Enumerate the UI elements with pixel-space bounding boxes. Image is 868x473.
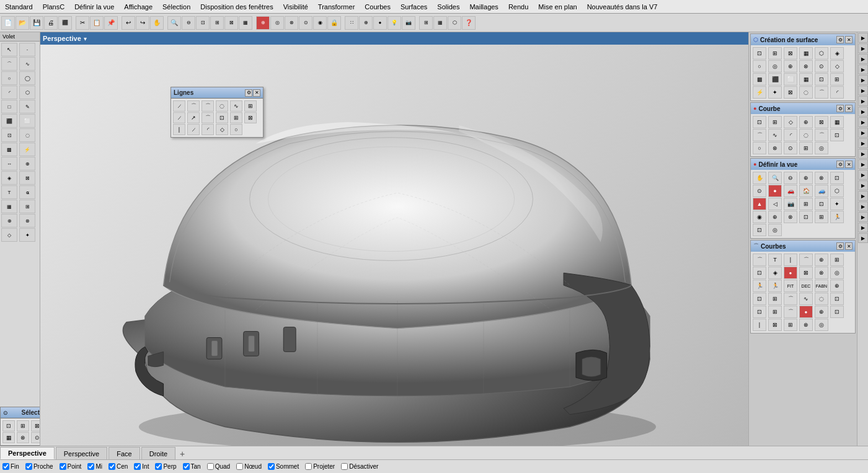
dv-i3[interactable]: ⊖ [784,172,797,184]
lignes-i7[interactable]: ⟋ [173,112,185,123]
dv-i21[interactable]: ⊗ [784,211,797,223]
tb-pan[interactable]: ✋ [150,16,164,30]
fr-btn-18[interactable]: ▶ [858,212,868,222]
cv-i6[interactable]: ▦ [830,116,844,128]
lignes-close-btn[interactable]: ✕ [253,89,260,97]
courbes-close-btn[interactable]: ✕ [845,242,852,250]
menu-visibilite[interactable]: Visibilité [278,2,313,12]
dv-i10[interactable]: 🏠 [799,185,813,197]
tb-undo[interactable]: ↩ [122,16,135,30]
tb-lock[interactable]: 🔒 [327,16,341,30]
co-i17[interactable]: FABN [815,280,828,292]
cs-i2[interactable]: ⊞ [768,47,782,60]
cv-i10[interactable]: ◌ [799,129,813,141]
co-i9[interactable]: ● [784,267,797,279]
co-i12[interactable]: ◎ [830,267,844,279]
snap-desactiver-check[interactable] [341,463,348,470]
lt-grid1[interactable]: ▦ [1,200,17,213]
lignes-i1[interactable]: ⟋ [173,100,185,112]
lt-snap1[interactable]: ⊕ [1,214,17,228]
dv-i15[interactable]: 📷 [784,198,797,210]
cv-i12[interactable]: ⊡ [830,129,844,141]
dv-close-btn[interactable]: ✕ [845,161,852,168]
courbe-settings-btn[interactable]: ⚙ [836,105,844,112]
dv-i22[interactable]: ⊡ [799,211,813,223]
tb-osnap-overlay[interactable]: ⊞ [419,16,433,30]
snap-noeud-check[interactable] [236,463,243,470]
co-i16[interactable]: DEC [799,280,813,292]
dv-i4[interactable]: ⊕ [799,172,813,184]
lignes-i6[interactable]: ⊞ [244,100,257,112]
tab-droite[interactable]: Droite [141,447,175,459]
fr-btn-4[interactable]: ▶ [858,64,868,74]
lignes-i4[interactable]: ◌ [216,100,228,112]
lignes-settings-btn[interactable]: ⚙ [245,89,252,97]
cs-i17[interactable]: ⊡ [815,73,828,86]
snap-quad-check[interactable] [207,463,214,470]
cv-i11[interactable]: ⌒ [815,129,828,141]
viewport-dropdown-icon[interactable]: ▾ [84,35,87,42]
lignes-i8[interactable]: ↗ [187,112,200,123]
tab-add-button[interactable]: + [177,448,188,459]
cv-i2[interactable]: ⊞ [768,116,782,128]
co-i13[interactable]: 🏃 [753,280,766,292]
lignes-i10[interactable]: ⊡ [216,112,228,123]
fr-btn-1[interactable]: ▶ [858,33,868,43]
lignes-i3[interactable]: ⌒ [202,100,214,112]
tb-open[interactable]: 📂 [16,16,29,30]
dv-i24[interactable]: 🏃 [830,211,844,223]
cs-i13[interactable]: ▩ [753,73,766,86]
co-i23[interactable]: ◌ [815,293,828,305]
tb-paste[interactable]: 📌 [104,16,118,30]
co-i21[interactable]: ⌒ [784,293,797,305]
tb-zoom-sel[interactable]: ⊞ [210,16,224,30]
co-i19[interactable]: ⊡ [753,293,766,305]
cs-i20[interactable]: ✦ [768,86,782,99]
lt-curve2[interactable]: ∿ [19,57,35,71]
tb-save[interactable]: 💾 [30,16,43,30]
dv-i9[interactable]: 🚗 [784,185,797,197]
tb-help[interactable]: ❓ [462,16,476,30]
co-i5[interactable]: ⊕ [815,254,828,266]
dv-i5[interactable]: ⊗ [815,172,828,184]
snap-fin-check[interactable] [2,463,9,470]
lt-misc1[interactable]: ◇ [1,228,17,242]
menu-disposition[interactable]: Disposition des fenêtres [195,2,278,12]
co-i14[interactable]: 🏃 [768,280,782,292]
co-i29[interactable]: ⊕ [815,306,828,318]
co-i32[interactable]: ⊠ [768,319,782,331]
co-i30[interactable]: ⊡ [830,306,844,318]
tb-snap4[interactable]: ⊙ [299,16,312,30]
menu-nouveautes[interactable]: Nouveautés dans la V7 [582,2,663,12]
snap-point-check[interactable] [60,463,66,470]
tab-face[interactable]: Face [108,447,140,459]
tb-copy[interactable]: 📋 [90,16,104,30]
cv-i3[interactable]: ◇ [784,116,797,128]
dv-i23[interactable]: ⊞ [815,211,828,223]
lt-snap2[interactable]: ⊗ [19,214,35,228]
cs-i12[interactable]: ◇ [830,60,844,73]
tb-viewport-grid[interactable]: ▦ [239,16,252,30]
cs-i14[interactable]: ⬛ [768,73,782,86]
lignes-i17[interactable]: ○ [230,124,242,135]
co-i31[interactable]: | [753,319,766,331]
lt-surface1[interactable]: ⬛ [1,114,17,128]
fr-btn-16[interactable]: ▶ [858,191,868,201]
lt-ellipse[interactable]: ◯ [19,71,35,85]
dv-i14[interactable]: ◁ [768,198,782,210]
cs-settings-btn[interactable]: ⚙ [836,36,844,43]
cv-i5[interactable]: ⊠ [815,116,828,128]
co-i25[interactable]: ⊡ [753,306,766,318]
cv-i4[interactable]: ⊕ [799,116,813,128]
tb-light[interactable]: 💡 [388,16,401,30]
dv-i20[interactable]: ⊕ [768,211,782,223]
cs-i7[interactable]: ○ [753,60,766,73]
lignes-i9[interactable]: ⌒ [202,112,214,123]
dv-i18[interactable]: ✦ [830,198,844,210]
co-i6[interactable]: ⊞ [830,254,844,266]
cv-i8[interactable]: ∿ [768,129,782,141]
fr-btn-11[interactable]: ▶ [858,138,868,148]
lignes-i11[interactable]: ⊞ [230,112,242,123]
fr-btn-2[interactable]: ▶ [858,43,868,53]
cs-i15[interactable]: ⬜ [784,73,797,86]
